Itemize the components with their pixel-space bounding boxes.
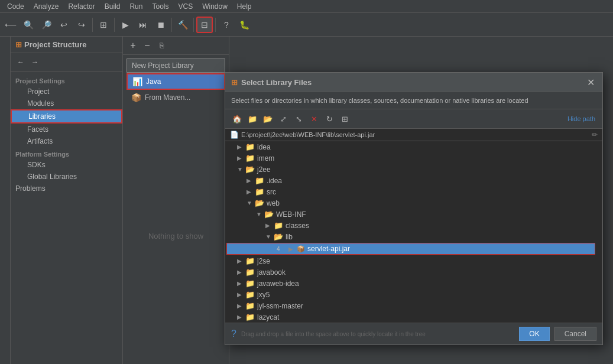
ok-button[interactable]: OK	[519, 327, 549, 341]
tree-javabook[interactable]: ▶ 📁 javabook	[225, 266, 596, 278]
menu-code[interactable]: Code	[2, 1, 29, 12]
tree-classes[interactable]: ▶ 📁 classes	[225, 220, 596, 231]
tree-j2se[interactable]: ▶ 📁 j2se	[225, 255, 596, 266]
classes-label: classes	[286, 222, 309, 230]
expand-webinf: ▼	[256, 211, 264, 217]
dialog-collapse-btn[interactable]: ⤡	[291, 112, 306, 126]
tree-item-modules[interactable]: Modules	[11, 98, 122, 109]
hide-path-btn[interactable]: Hide path	[565, 114, 598, 124]
path-input[interactable]	[241, 131, 589, 138]
toolbar-search-btn[interactable]: 🔍	[20, 17, 37, 33]
path-icon: 📄	[230, 131, 239, 139]
tree-item-libraries[interactable]: Libraries	[11, 109, 122, 124]
maven-library-item[interactable]: 📦 From Maven...	[127, 90, 225, 105]
toolbar-help-btn[interactable]: ?	[218, 17, 235, 33]
dialog-refresh-btn[interactable]: ↻	[322, 112, 336, 126]
tree-lib[interactable]: ▼ 📂 lib	[225, 231, 596, 242]
tree-dotidea[interactable]: ▶ 📁 .idea	[225, 175, 596, 186]
dialog-newfolder-btn[interactable]: 📂	[261, 112, 275, 126]
expand-web: ▼	[247, 200, 255, 206]
middle-toolbar: + − ⎘	[123, 37, 229, 55]
dialog-toolbar: 🏠 📁 📂 ⤢ ⤡ ✕ ↻ ⊞ Hide path	[225, 109, 602, 129]
toolbar-redo-btn[interactable]: ↪	[73, 17, 90, 33]
toolbar-back-btn[interactable]: ⟵	[2, 17, 19, 33]
dialog-title-bar: ⊞ Select Library Files ✕	[225, 73, 602, 92]
folder-classes-icon: 📁	[274, 221, 283, 230]
dialog-delete-btn[interactable]: ✕	[307, 112, 321, 126]
new-project-library-label[interactable]: New Project Library	[127, 58, 225, 73]
tree-jyl-ssm[interactable]: ▶ 📁 jyl-ssm-master	[225, 300, 596, 311]
toolbar-stop-btn[interactable]: ⏹	[153, 17, 169, 33]
middle-panel: + − ⎘ New Project Library 📊 Java 📦 From …	[123, 37, 229, 364]
folder-webinf-icon: 📂	[264, 210, 274, 219]
toolbar-debug-btn[interactable]: 🐛	[236, 17, 252, 33]
panel-forward-btn[interactable]: →	[28, 56, 41, 69]
tree-item-artifacts[interactable]: Artifacts	[11, 135, 122, 147]
dialog-view-btn[interactable]: ⊞	[338, 112, 352, 126]
menu-tools[interactable]: Tools	[147, 1, 173, 12]
dotidea-label: .idea	[267, 177, 282, 185]
left-edge	[0, 37, 11, 364]
toolbar-sep4	[193, 18, 194, 32]
tree-item-facets[interactable]: Facets	[11, 124, 122, 135]
path-edit-icon[interactable]: ✏	[592, 131, 598, 139]
menu-analyze[interactable]: Analyze	[29, 1, 64, 12]
copy-lib-btn[interactable]: ⎘	[155, 39, 168, 52]
tree-jxy5[interactable]: ▶ 📁 jxy5	[225, 289, 596, 300]
folder-jxy5-icon: 📁	[245, 290, 255, 299]
tree-imem[interactable]: ▶ 📁 imem	[225, 152, 596, 164]
toolbar-undo-btn[interactable]: ↩	[56, 17, 72, 33]
add-lib-btn[interactable]: +	[127, 39, 140, 52]
javabook-label: javabook	[257, 268, 286, 277]
dialog-folder-btn[interactable]: 📁	[245, 112, 260, 126]
panel-back-btn[interactable]: ←	[14, 56, 27, 69]
toolbar-struct-btn[interactable]: ⊟	[196, 17, 213, 33]
menu-window[interactable]: Window	[197, 1, 232, 12]
dialog-expand-btn[interactable]: ⤢	[276, 112, 290, 126]
tree-javaweb-idea[interactable]: ▶ 📁 javaweb-idea	[225, 278, 596, 289]
expand-jxy5: ▶	[237, 291, 245, 298]
tree-idea[interactable]: ▶ 📁 idea	[225, 141, 596, 152]
menu-help[interactable]: Help	[232, 1, 257, 12]
folder-lazycat-icon: 📁	[245, 313, 255, 321]
tree-web[interactable]: ▼ 📂 web	[225, 197, 596, 209]
menu-vcs[interactable]: VCS	[173, 1, 197, 12]
tree-servlet-jar[interactable]: 4 ▶ 📦 servlet-api.jar	[226, 243, 595, 255]
toolbar-build-btn[interactable]: 🔨	[174, 17, 191, 33]
expand-javabook: ▶	[237, 269, 245, 275]
dialog-icon: ⊞	[231, 78, 238, 87]
tree-j2ee[interactable]: ▼ 📂 j2ee	[225, 164, 596, 175]
folder-javaweb-idea-icon: 📁	[245, 279, 255, 288]
menu-refactor[interactable]: Refactor	[63, 1, 99, 12]
j2ee-label: j2ee	[257, 165, 271, 174]
dialog-toolbar-left: 🏠 📁 📂 ⤢ ⤡ ✕ ↻ ⊞	[230, 112, 352, 126]
remove-lib-btn[interactable]: −	[141, 39, 154, 52]
java-library-item[interactable]: 📊 Java	[127, 73, 225, 90]
toolbar-grid-btn[interactable]: ⊞	[95, 17, 112, 33]
struct-icon: ⊞	[15, 40, 22, 49]
tree-lazycat[interactable]: ▶ 📁 lazycat	[225, 311, 596, 323]
menu-bar: Code Analyze Refactor Build Run Tools VC…	[0, 0, 613, 13]
footer-help-btn[interactable]: ?	[231, 329, 236, 339]
menu-run[interactable]: Run	[125, 1, 147, 12]
project-settings-section: Project Settings	[11, 74, 122, 86]
tree-item-sdks[interactable]: SDKs	[11, 159, 122, 171]
toolbar-play-btn[interactable]: ▶	[117, 17, 134, 33]
tree-item-global-libs[interactable]: Global Libraries	[11, 171, 122, 183]
dialog-close-btn[interactable]: ✕	[585, 76, 596, 88]
toolbar-step-btn[interactable]: ⏭	[135, 17, 151, 33]
menu-build[interactable]: Build	[100, 1, 125, 12]
scrollbar[interactable]	[596, 141, 602, 323]
tree-item-project[interactable]: Project	[11, 86, 122, 98]
toolbar-sep2	[114, 18, 115, 32]
dialog-home-btn[interactable]: 🏠	[230, 112, 244, 126]
panel-title-text: Project Structure	[24, 40, 86, 49]
expand-src: ▶	[247, 188, 255, 195]
panel-toolbar: ← →	[11, 53, 122, 72]
tree-item-problems[interactable]: Problems	[11, 183, 122, 194]
path-bar: 📄 ✏	[225, 129, 602, 141]
tree-webinf[interactable]: ▼ 📂 WEB-INF	[225, 209, 596, 220]
toolbar-search2-btn[interactable]: 🔎	[38, 17, 54, 33]
cancel-button[interactable]: Cancel	[554, 327, 596, 341]
tree-src[interactable]: ▶ 📁 src	[225, 186, 596, 197]
